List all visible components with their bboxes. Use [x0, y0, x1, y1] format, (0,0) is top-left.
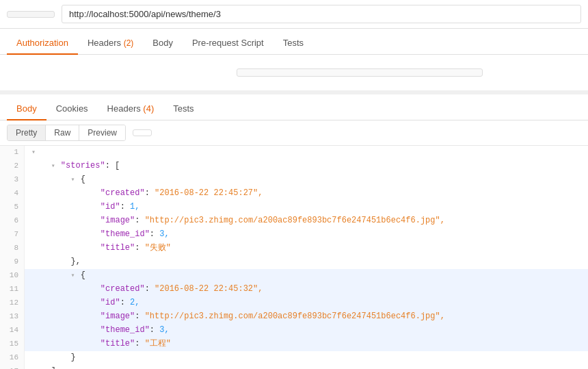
code-line: 7 "theme_id": 3, — [0, 228, 588, 242]
code-line: 3 ▾ { — [0, 173, 588, 187]
view-btn-pretty[interactable]: Pretty — [8, 125, 46, 140]
line-number: 2 — [0, 160, 25, 173]
line-content: ] — [25, 365, 56, 369]
response-tabs: BodyCookiesHeaders (4)Tests — [0, 94, 588, 120]
auth-row — [11, 68, 577, 77]
request-tab-pre-request-script[interactable]: Pre-request Script — [183, 32, 273, 55]
code-line: 6 "image": "http://pic3.zhimg.com/a200ac… — [0, 214, 588, 228]
json-key: "theme_id" — [101, 325, 150, 335]
json-key: "id" — [101, 298, 120, 307]
toggle-btn[interactable]: ▾ — [71, 272, 79, 279]
line-content: "image": "http://pic3.zhimg.com/a200ac89… — [25, 214, 445, 228]
json-value: "2016-08-22 22:45:27", — [155, 188, 263, 198]
line-content: "theme_id": 3, — [25, 228, 170, 242]
code-line: 13 "image": "http://pic3.zhimg.com/a200a… — [0, 310, 588, 324]
json-value: "http://pic3.zhimg.com/a200ac89fe893bc7f… — [145, 311, 445, 321]
view-btn-raw[interactable]: Raw — [46, 125, 79, 140]
json-key: "theme_id" — [101, 229, 150, 239]
json-value: 1, — [130, 202, 139, 212]
code-line: 14 "theme_id": 3, — [0, 324, 588, 338]
line-number: 12 — [0, 296, 25, 310]
line-number: 7 — [0, 228, 25, 242]
line-number: 1 — [0, 146, 25, 160]
response-tab-tests[interactable]: Tests — [163, 98, 203, 120]
response-toolbar: PrettyRawPreview — [0, 120, 588, 146]
json-key: "id" — [101, 202, 120, 212]
line-content: "created": "2016-08-22 22:45:32", — [25, 283, 263, 296]
view-btn-preview[interactable]: Preview — [79, 125, 125, 140]
code-line: 11 "created": "2016-08-22 22:45:32", — [0, 283, 588, 296]
auth-type-select[interactable] — [237, 68, 483, 77]
json-value: { — [81, 175, 85, 184]
json-key: "image" — [101, 216, 135, 225]
line-content: ▾ { — [25, 173, 85, 187]
code-line: 5 "id": 1, — [0, 201, 588, 214]
code-line: 4 "created": "2016-08-22 22:45:27", — [0, 187, 588, 201]
request-tab-tests[interactable]: Tests — [273, 32, 313, 55]
line-content: "theme_id": 3, — [25, 324, 170, 338]
json-value: "失败" — [145, 243, 171, 253]
json-value: "工程" — [145, 339, 171, 348]
line-content: "id": 2, — [25, 296, 139, 310]
request-tab-headers[interactable]: Headers (2) — [78, 32, 143, 55]
line-number: 10 — [0, 269, 25, 283]
code-line: 2 ▾ "stories": [ — [0, 160, 588, 173]
code-line: 9 }, — [0, 255, 588, 269]
line-content: }, — [25, 255, 81, 269]
line-content: ▾ { — [25, 269, 85, 283]
code-line: 1▾ — [0, 146, 588, 160]
code-area: 1▾ 2 ▾ "stories": [3 ▾ {4 "created": "20… — [0, 146, 588, 369]
line-number: 4 — [0, 187, 25, 201]
format-select[interactable] — [133, 129, 152, 136]
line-content: ▾ — [25, 146, 41, 160]
toggle-btn[interactable]: ▾ — [31, 149, 40, 156]
line-content: "title": "失败" — [25, 242, 171, 255]
json-key: "created" — [101, 188, 145, 198]
code-line: 12 "id": 2, — [0, 296, 588, 310]
code-line: 10 ▾ { — [0, 269, 588, 283]
toggle-btn[interactable]: ▾ — [51, 162, 59, 170]
line-number: 14 — [0, 324, 25, 338]
request-tab-body[interactable]: Body — [143, 32, 183, 55]
line-number: 9 — [0, 255, 25, 269]
json-key: "created" — [101, 284, 145, 294]
line-number: 16 — [0, 351, 25, 365]
top-bar — [0, 0, 588, 29]
request-tab-authorization[interactable]: Authorization — [7, 32, 78, 55]
json-value: } — [71, 353, 76, 362]
json-value: }, — [71, 257, 81, 266]
line-content: "image": "http://pic3.zhimg.com/a200ac89… — [25, 310, 445, 324]
line-number: 6 — [0, 214, 25, 228]
line-number: 11 — [0, 283, 25, 296]
line-number: 8 — [0, 242, 25, 255]
json-value: "http://pic3.zhimg.com/a200ac89fe893bc7f… — [145, 216, 445, 225]
line-content: "title": "工程" — [25, 338, 171, 351]
line-content: "created": "2016-08-22 22:45:27", — [25, 187, 263, 201]
method-selector[interactable] — [7, 11, 55, 18]
request-tabs: AuthorizationHeaders (2)BodyPre-request … — [0, 29, 588, 55]
toggle-btn[interactable]: ▾ — [71, 176, 79, 183]
json-key: "title" — [101, 243, 135, 253]
response-tab-body[interactable]: Body — [7, 98, 46, 120]
line-content: "id": 1, — [25, 201, 139, 214]
line-number: 5 — [0, 201, 25, 214]
code-line: 17 ] — [0, 365, 588, 369]
response-tab-cookies[interactable]: Cookies — [46, 98, 98, 120]
line-number: 13 — [0, 310, 25, 324]
json-value: { — [81, 270, 85, 280]
response-tab-headers[interactable]: Headers (4) — [98, 98, 164, 120]
json-value: [ — [115, 161, 120, 170]
line-number: 15 — [0, 338, 25, 351]
json-value: 2, — [130, 298, 139, 307]
url-input[interactable] — [62, 5, 581, 23]
json-value: "2016-08-22 22:45:32", — [155, 284, 263, 294]
json-value: ] — [51, 366, 56, 369]
line-content: ▾ "stories": [ — [25, 160, 120, 173]
json-key: "title" — [101, 339, 135, 348]
view-button-group: PrettyRawPreview — [7, 125, 126, 141]
json-value: 3, — [159, 229, 169, 239]
auth-section — [0, 55, 588, 94]
json-value: 3, — [159, 325, 169, 335]
code-line: 15 "title": "工程" — [0, 338, 588, 351]
line-content: } — [25, 351, 76, 365]
